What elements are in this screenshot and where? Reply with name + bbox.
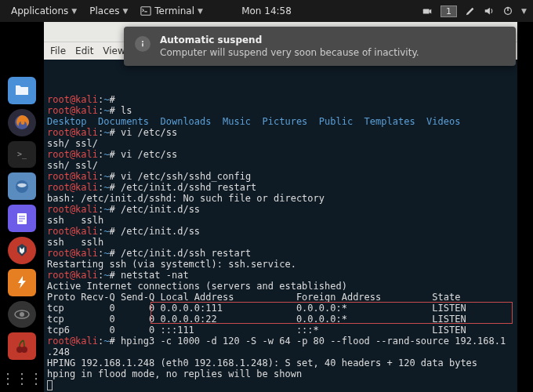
terminal-line: Active Internet connections (servers and… bbox=[47, 281, 514, 292]
firefox-icon bbox=[13, 114, 31, 131]
terminal-line: tcp6 0 0 :::111 :::* LISTEN bbox=[47, 325, 514, 336]
terminal-line: tcp 0 0 0.0.0.0:22 0.0.0.0:* LISTEN bbox=[47, 314, 514, 325]
terminal-line: root@kali:~# /etc/init.d/ss bbox=[47, 226, 514, 237]
cherry-icon bbox=[14, 339, 30, 354]
terminal-line: hping in flood mode, no replies will be … bbox=[47, 368, 514, 379]
eye-icon bbox=[13, 306, 31, 323]
terminal-line: bash: /etc/init.d/sshd: No such file or … bbox=[47, 193, 514, 204]
dock-maltego[interactable] bbox=[8, 301, 36, 328]
terminal-line: root@kali:~# ls bbox=[47, 105, 514, 116]
svg-rect-15 bbox=[142, 43, 143, 47]
workspace-indicator[interactable]: 1 bbox=[441, 5, 457, 17]
terminal-line bbox=[47, 379, 514, 390]
cursor bbox=[47, 380, 53, 390]
terminal-line: tcp 0 0 0.0.0.0:111 0.0.0.0:* LISTEN bbox=[47, 303, 514, 314]
top-panel: Applications▼ Places▼ Terminal▼ Mon 14:5… bbox=[0, 0, 533, 22]
notification-body: Computer will suspend very soon because … bbox=[160, 47, 419, 58]
dock-metasploit[interactable] bbox=[8, 237, 36, 264]
volume-icon[interactable] bbox=[484, 5, 495, 16]
document-icon bbox=[15, 212, 29, 226]
dock-firefox[interactable] bbox=[8, 109, 36, 136]
terminal-output[interactable]: root@kali:~#root@kali:~# lsDesktop Docum… bbox=[44, 60, 517, 392]
terminal-line: root@kali:~# vi /etc/ssh/sshd_config bbox=[47, 171, 514, 182]
system-menu-arrow[interactable]: ▼ bbox=[521, 7, 527, 15]
terminal-line: root@kali:~# hping3 -c 1000 -d 120 -S -w… bbox=[47, 336, 514, 347]
globe-icon bbox=[14, 179, 30, 194]
terminal-line: root@kali:~# netstat -nat bbox=[47, 270, 514, 281]
power-icon[interactable] bbox=[502, 5, 513, 16]
terminal-line: ssh/ ssl/ bbox=[47, 160, 514, 171]
dock: ⋮⋮⋮ bbox=[0, 22, 44, 392]
terminal-line: HPING 192.168.1.248 (eth0 192.168.1.248)… bbox=[47, 358, 514, 368]
terminal-line: root@kali:~# bbox=[47, 94, 514, 105]
camera-icon[interactable] bbox=[422, 5, 433, 16]
dock-terminal[interactable] bbox=[8, 141, 36, 169]
terminal-line: .248 bbox=[47, 347, 514, 358]
folder-icon bbox=[14, 82, 30, 98]
notification-title: Automatic suspend bbox=[160, 34, 419, 45]
places-menu[interactable]: Places▼ bbox=[85, 4, 132, 18]
svg-rect-1 bbox=[423, 9, 430, 13]
terminal-line: Proto Recv-Q Send-Q Local Address Foreig… bbox=[47, 292, 514, 303]
svg-point-11 bbox=[20, 312, 24, 317]
applications-menu[interactable]: Applications▼ bbox=[6, 4, 82, 18]
terminal-line: Desktop Documents Downloads Music Pictur… bbox=[47, 116, 514, 127]
menu-file[interactable]: File bbox=[50, 45, 66, 56]
terminal-line: ssh/ ssl/ bbox=[47, 138, 514, 149]
dock-editor[interactable] bbox=[8, 205, 36, 232]
terminal-line: Restarting ssh (via systemctl): ssh.serv… bbox=[47, 259, 514, 270]
terminal-line: root@kali:~# /etc/init.d/ss bbox=[47, 204, 514, 215]
terminal-line: ssh sslh bbox=[47, 237, 514, 248]
dock-files[interactable] bbox=[8, 77, 36, 104]
terminal-line: root@kali:~# /etc/init.d/sshd restart bbox=[47, 182, 514, 193]
lightning-icon bbox=[15, 275, 29, 289]
brush-icon[interactable] bbox=[465, 5, 476, 16]
dock-burp[interactable] bbox=[8, 269, 36, 296]
menu-view[interactable]: View bbox=[103, 45, 125, 56]
notification[interactable]: Automatic suspend Computer will suspend … bbox=[124, 27, 516, 66]
terminal-line: ssh sslh bbox=[47, 215, 514, 226]
dock-show-apps[interactable]: ⋮⋮⋮ bbox=[8, 365, 36, 392]
terminal-window: ― □ ✕ File Edit View root@kali:~#root@ka… bbox=[44, 22, 517, 392]
info-icon bbox=[135, 36, 150, 52]
clock[interactable]: Mon 14:58 bbox=[237, 4, 296, 18]
terminal-line: root@kali:~# vi /etc/ss bbox=[47, 149, 514, 160]
svg-rect-0 bbox=[141, 7, 150, 16]
terminal-line: root@kali:~# vi /etc/ss bbox=[47, 127, 514, 138]
svg-point-13 bbox=[21, 347, 27, 353]
metasploit-icon bbox=[14, 242, 30, 258]
terminal-app-menu[interactable]: Terminal▼ bbox=[136, 4, 208, 18]
dock-cherrytree[interactable] bbox=[8, 332, 36, 360]
svg-point-14 bbox=[142, 41, 143, 42]
terminal-line: root@kali:~# /etc/init.d/ssh restart bbox=[47, 248, 514, 259]
terminal-icon bbox=[140, 5, 151, 16]
dock-iceweasel[interactable] bbox=[8, 172, 36, 200]
menu-edit[interactable]: Edit bbox=[75, 45, 93, 56]
